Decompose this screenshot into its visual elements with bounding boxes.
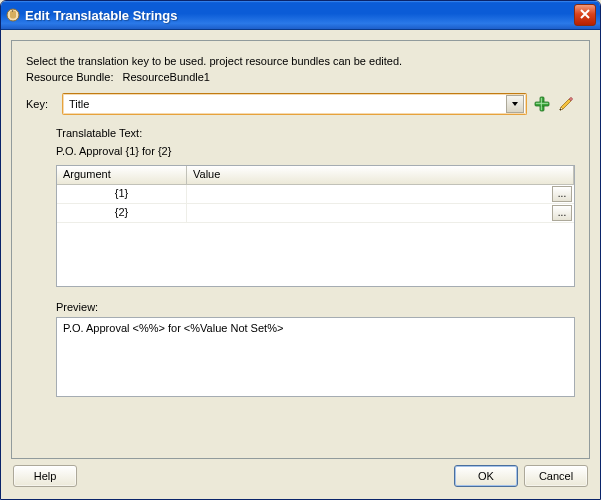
column-header-value[interactable]: Value: [187, 166, 574, 184]
help-button[interactable]: Help: [13, 465, 77, 487]
value-cell[interactable]: ...: [187, 204, 574, 222]
value-cell[interactable]: ...: [187, 185, 574, 203]
svg-rect-1: [12, 11, 13, 12]
edit-button[interactable]: [557, 95, 575, 113]
translatable-text-label: Translatable Text:: [56, 127, 575, 139]
preview-text: P.O. Approval <%%> for <%Value Not Set%>: [63, 322, 283, 334]
app-icon: [5, 7, 21, 23]
chevron-down-icon[interactable]: [506, 95, 524, 113]
window-title: Edit Translatable Strings: [25, 8, 574, 23]
cancel-button[interactable]: Cancel: [524, 465, 588, 487]
ok-button[interactable]: OK: [454, 465, 518, 487]
svg-rect-3: [535, 102, 549, 106]
browse-button[interactable]: ...: [552, 205, 572, 221]
preview-label: Preview:: [56, 301, 575, 313]
table-body: {1} ... {2}: [57, 185, 574, 286]
add-icon: [534, 96, 550, 112]
add-button[interactable]: [533, 95, 551, 113]
close-button[interactable]: [574, 4, 596, 26]
ellipsis-icon: ...: [558, 189, 566, 199]
key-label: Key:: [26, 98, 56, 110]
arguments-table: Argument Value {1} ...: [56, 165, 575, 287]
argument-cell: {2}: [57, 204, 187, 222]
content-panel: Select the translation key to be used. p…: [11, 40, 590, 459]
key-row: Key: Title: [26, 93, 575, 115]
dialog-window: Edit Translatable Strings Select the tra…: [0, 0, 601, 500]
ellipsis-icon: ...: [558, 208, 566, 218]
resource-bundle-label: Resource Bundle:: [26, 71, 113, 83]
translatable-section: Translatable Text: P.O. Approval {1} for…: [56, 127, 575, 448]
pencil-icon: [558, 96, 574, 112]
preview-box: P.O. Approval <%%> for <%Value Not Set%>: [56, 317, 575, 397]
key-select-value: Title: [69, 98, 89, 110]
svg-rect-5: [536, 103, 548, 104]
button-bar: Help OK Cancel: [11, 459, 590, 489]
svg-point-6: [560, 109, 562, 111]
instruction-text: Select the translation key to be used. p…: [26, 55, 575, 67]
title-bar[interactable]: Edit Translatable Strings: [1, 1, 600, 30]
browse-button[interactable]: ...: [552, 186, 572, 202]
table-row[interactable]: {2} ...: [57, 204, 574, 223]
column-header-argument[interactable]: Argument: [57, 166, 187, 184]
key-select[interactable]: Title: [62, 93, 527, 115]
resource-bundle-name: ResourceBundle1: [123, 71, 210, 83]
translatable-text-value: P.O. Approval {1} for {2}: [56, 145, 575, 157]
argument-cell: {1}: [57, 185, 187, 203]
client-area: Select the translation key to be used. p…: [1, 30, 600, 499]
svg-rect-4: [541, 98, 542, 110]
table-header: Argument Value: [57, 166, 574, 185]
close-icon: [580, 8, 590, 22]
table-row[interactable]: {1} ...: [57, 185, 574, 204]
resource-bundle-line: Resource Bundle: ResourceBundle1: [26, 71, 575, 83]
